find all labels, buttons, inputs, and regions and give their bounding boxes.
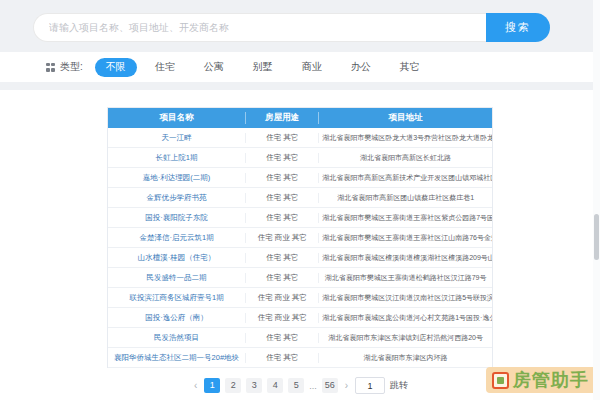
address-cell: 湖北省襄阳市高新区团山镇蔡庄社区蔡庄巷1	[319, 193, 492, 203]
prev-page-arrow[interactable]: ‹	[192, 380, 199, 391]
jump-page-input[interactable]	[355, 377, 385, 394]
project-name-link[interactable]: 天一江畔	[108, 133, 246, 143]
scrollbar-thumb[interactable]	[594, 214, 599, 260]
search-bar: 搜索	[33, 13, 550, 42]
address-cell: 湖北省襄阳市襄城区庞公街道河心村文苑路1号国投·逸公府（南）	[319, 313, 492, 323]
search-button[interactable]: 搜索	[486, 13, 550, 42]
project-name-link[interactable]: 国投·襄阳院子东院	[108, 213, 246, 223]
more-pages-ellipsis[interactable]: ...	[309, 381, 317, 391]
type-filter-option-办公[interactable]: 办公	[340, 58, 382, 77]
usage-cell: 住宅 其它	[246, 333, 319, 343]
table-header-row: 项目名称房屋用途项目地址	[108, 108, 492, 128]
type-filter-option-住宅[interactable]: 住宅	[144, 58, 186, 77]
usage-cell: 住宅 其它	[246, 153, 319, 163]
next-page-arrow[interactable]: ›	[343, 380, 350, 391]
table-row: 民发浩然项目住宅 其它湖北省襄阳市东津区东津镇刘店村浩然河西路20号	[108, 328, 492, 348]
address-cell: 湖北省襄阳市东津区东津镇刘店村浩然河西路20号	[319, 333, 492, 343]
usage-cell: 住宅 其它	[246, 133, 319, 143]
usage-cell: 住宅 其它	[246, 273, 319, 283]
column-header: 项目名称	[108, 112, 246, 124]
project-name-link[interactable]: 长虹上院1期	[108, 153, 246, 163]
address-cell: 湖北省襄阳市高新区高新技术产业开发区团山镇邓城社区桃园路20号嘉地·利...	[319, 173, 492, 183]
address-cell: 湖北省襄阳市樊城区王寨街道王寨社区紫贞公园路7号国投·襄阳院子东院	[319, 213, 492, 223]
type-filter-option-别墅[interactable]: 别墅	[242, 58, 284, 77]
usage-cell: 住宅 其它	[246, 353, 319, 363]
type-filter-label: 类型:	[60, 60, 83, 74]
page-button-5[interactable]: 5	[288, 378, 304, 393]
project-name-link[interactable]: 山水檀溪·桂园（住宅）	[108, 253, 246, 263]
usage-cell: 住宅 其它	[246, 173, 319, 183]
usage-cell: 住宅 其它	[246, 213, 319, 223]
type-filter-option-商业[interactable]: 商业	[291, 58, 333, 77]
type-filter-option-公寓[interactable]: 公寓	[193, 58, 235, 77]
usage-cell: 住宅 商业 其它	[246, 313, 319, 323]
table-row: 长虹上院1期住宅 其它湖北省襄阳市高新区长虹北路	[108, 148, 492, 168]
table-row: 民发盛特一品二期住宅 其它湖北省襄阳市樊城区王寨街道松鹤路社区汉江路79号	[108, 268, 492, 288]
projects-table: 项目名称房屋用途项目地址 天一江畔住宅 其它湖北省襄阳市樊城区卧龙大道3号乔营社…	[107, 107, 493, 368]
table-row: 天一江畔住宅 其它湖北省襄阳市樊城区卧龙大道3号乔营社区卧龙大道卧龙大道	[108, 128, 492, 148]
type-filter-option-不限[interactable]: 不限	[95, 58, 137, 77]
project-name-link[interactable]: 金楚泽信·启元云筑1期	[108, 233, 246, 243]
column-header: 项目地址	[319, 112, 492, 124]
page-button-3[interactable]: 3	[246, 378, 262, 393]
column-header: 房屋用途	[246, 112, 319, 124]
project-name-link[interactable]: 民发盛特一品二期	[108, 273, 246, 283]
jump-button[interactable]: 跳转	[390, 379, 408, 392]
project-name-link[interactable]: 民发浩然项目	[108, 333, 246, 343]
address-cell: 湖北省襄阳市高新区长虹北路	[319, 153, 492, 163]
table-row: 嘉地·利达理园(二期)住宅 其它湖北省襄阳市高新区高新技术产业开发区团山镇邓城社…	[108, 168, 492, 188]
page-button-56[interactable]: 56	[322, 378, 338, 393]
address-cell: 湖北省襄阳市襄城区檀溪街道檀溪湖社区檀溪路209号山水檀溪·桂园	[319, 253, 492, 263]
search-input[interactable]	[33, 13, 486, 42]
usage-cell: 住宅 商业 其它	[246, 233, 319, 243]
project-name-link[interactable]: 金辉优步学府书苑	[108, 193, 246, 203]
table-row: 国投·襄阳院子东院住宅 其它湖北省襄阳市樊城区王寨街道王寨社区紫贞公园路7号国投…	[108, 208, 492, 228]
address-cell: 湖北省襄阳市樊城区卧龙大道3号乔营社区卧龙大道卧龙大道	[319, 133, 492, 143]
usage-cell: 住宅 其它	[246, 193, 319, 203]
project-name-link[interactable]: 联投滨江商务区城府壹号1期	[108, 293, 246, 303]
address-cell: 湖北省襄阳市东津区内环路	[319, 353, 492, 363]
results-card: 项目名称房屋用途项目地址 天一江畔住宅 其它湖北省襄阳市樊城区卧龙大道3号乔营社…	[0, 90, 600, 400]
vertical-scrollbar[interactable]	[593, 0, 600, 400]
table-row: 国投·逸公府（南）住宅 商业 其它湖北省襄阳市襄城区庞公街道河心村文苑路1号国投…	[108, 308, 492, 328]
address-cell: 湖北省襄阳市樊城区王寨街道王寨社区江山南路76号金楚泽信·启元云筑	[319, 233, 492, 243]
table-body: 天一江畔住宅 其它湖北省襄阳市樊城区卧龙大道3号乔营社区卧龙大道卧龙大道长虹上院…	[108, 128, 492, 368]
address-cell: 湖北省襄阳市樊城区王寨街道松鹤路社区汉江路79号	[319, 273, 492, 283]
table-row: 山水檀溪·桂园（住宅）住宅 其它湖北省襄阳市襄城区檀溪街道檀溪湖社区檀溪路209…	[108, 248, 492, 268]
type-filter-bar: 类型: 不限住宅公寓别墅商业办公其它	[0, 52, 600, 82]
table-row: 金辉优步学府书苑住宅 其它湖北省襄阳市高新区团山镇蔡庄社区蔡庄巷1	[108, 188, 492, 208]
project-name-link[interactable]: 嘉地·利达理园(二期)	[108, 173, 246, 183]
category-grid-icon	[46, 63, 55, 72]
watermark-text: 房管助手	[513, 371, 589, 389]
page-button-4[interactable]: 4	[267, 378, 283, 393]
page-button-2[interactable]: 2	[225, 378, 241, 393]
page-button-1[interactable]: 1	[204, 378, 220, 393]
watermark-logo-icon	[492, 372, 509, 389]
table-row: 联投滨江商务区城府壹号1期住宅 商业 其它湖北省襄阳市樊城区汉江街道汉南社区汉江…	[108, 288, 492, 308]
project-name-link[interactable]: 襄阳华侨城生态社区二期一号20#地块	[108, 353, 246, 363]
project-name-link[interactable]: 国投·逸公府（南）	[108, 313, 246, 323]
address-cell: 湖北省襄阳市樊城区汉江街道汉南社区汉江路5号联投滨江商务区	[319, 293, 492, 303]
table-row: 襄阳华侨城生态社区二期一号20#地块住宅 其它湖北省襄阳市东津区内环路	[108, 348, 492, 368]
watermark-badge: 房管助手	[486, 367, 598, 393]
usage-cell: 住宅 商业 其它	[246, 293, 319, 303]
usage-cell: 住宅 其它	[246, 253, 319, 263]
table-row: 金楚泽信·启元云筑1期住宅 商业 其它湖北省襄阳市樊城区王寨街道王寨社区江山南路…	[108, 228, 492, 248]
type-filter-options: 不限住宅公寓别墅商业办公其它	[95, 58, 438, 77]
type-filter-option-其它[interactable]: 其它	[389, 58, 431, 77]
